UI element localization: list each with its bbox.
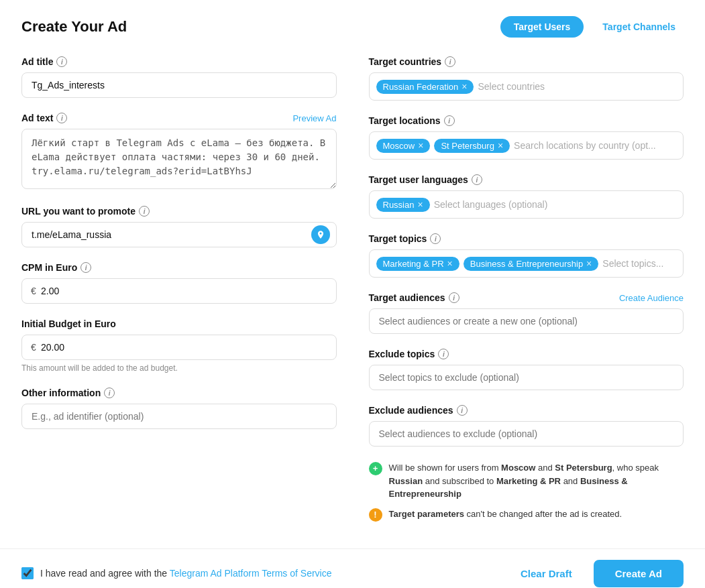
- target-countries-label: Target countries i: [369, 56, 684, 67]
- header-buttons: Target Users Target Channels: [500, 16, 684, 38]
- exclude-audiences-label: Exclude audiences i: [369, 405, 684, 416]
- tos-checkbox-label[interactable]: I have read and agree with the Telegram …: [21, 567, 332, 579]
- target-topics-input[interactable]: Marketing & PR × Business & Entrepreneur…: [369, 249, 684, 278]
- info-green-box: + Will be shown for users from Moscow an…: [369, 461, 684, 501]
- budget-euro-prefix: €: [31, 342, 36, 353]
- bottom-actions: Clear Draft Create Ad: [510, 560, 684, 587]
- exclude-audiences-input[interactable]: [369, 421, 684, 447]
- ad-title-info-icon: i: [56, 56, 67, 67]
- ad-title-input[interactable]: [21, 72, 337, 98]
- budget-label: Initial Budget in Euro: [21, 318, 337, 329]
- topics-info-icon: i: [430, 233, 441, 244]
- location-chip-moscow: Moscow ×: [376, 139, 431, 153]
- tos-link[interactable]: Telegram Ad Platform Terms of Service: [170, 568, 332, 579]
- ad-text-info-icon: i: [56, 113, 67, 123]
- audiences-info-icon: i: [449, 292, 459, 303]
- info-orange-icon: !: [369, 508, 382, 522]
- preview-ad-link[interactable]: Preview Ad: [292, 113, 336, 123]
- ad-title-label: Ad title i: [21, 56, 337, 67]
- topic-chip-business-remove[interactable]: ×: [586, 259, 592, 268]
- target-locations-input[interactable]: Moscow × St Petersburg × Search location…: [369, 131, 684, 160]
- right-column: Target countries i Russian Federation × …: [369, 56, 684, 527]
- budget-input[interactable]: [21, 335, 337, 360]
- cpm-group: CPM in Euro i €: [21, 262, 337, 304]
- create-audience-link[interactable]: Create Audience: [619, 293, 684, 303]
- url-input[interactable]: [21, 222, 337, 247]
- country-chip-russia-remove[interactable]: ×: [462, 82, 467, 91]
- topic-chip-marketing: Marketing & PR ×: [376, 257, 459, 271]
- exclude-audiences-info-icon: i: [457, 405, 468, 416]
- target-languages-label: Target user languages i: [369, 174, 684, 185]
- countries-info-icon: i: [445, 56, 455, 67]
- target-locations-label: Target locations i: [369, 115, 684, 126]
- other-info-label: Other information i: [21, 388, 337, 398]
- info-orange-box: ! Target parameters can't be changed aft…: [369, 508, 684, 522]
- other-info-input[interactable]: [21, 404, 337, 429]
- cpm-euro-prefix: €: [31, 286, 36, 296]
- topic-chip-business: Business & Entrepreneurship ×: [464, 257, 599, 271]
- left-column: Ad title i Ad text i Preview Ad Лёгкий с: [21, 56, 337, 527]
- target-audiences-label: Target audiences i: [369, 292, 459, 303]
- cpm-input-wrapper: €: [21, 278, 337, 304]
- info-green-text: Will be shown for users from Moscow and …: [389, 461, 684, 501]
- ad-text-group: Ad text i Preview Ad Лёгкий старт в Tele…: [21, 113, 337, 191]
- ad-title-group: Ad title i: [21, 56, 337, 98]
- budget-hint: This amount will be added to the ad budg…: [21, 363, 337, 373]
- countries-placeholder: Select countries: [478, 81, 545, 92]
- url-icon-button[interactable]: [311, 225, 330, 244]
- url-input-wrapper: [21, 222, 337, 247]
- ad-text-label: Ad text i: [21, 113, 67, 123]
- exclude-topics-group: Exclude topics i: [369, 349, 684, 390]
- cpm-input[interactable]: [21, 278, 337, 304]
- target-audiences-group: Target audiences i Create Audience: [369, 292, 684, 334]
- create-ad-button[interactable]: Create Ad: [594, 560, 684, 587]
- exclude-topics-input[interactable]: [369, 365, 684, 390]
- url-group: URL you want to promote i: [21, 206, 337, 247]
- target-channels-button[interactable]: Target Channels: [594, 16, 684, 38]
- tos-checkbox[interactable]: [21, 567, 34, 579]
- locations-info-icon: i: [444, 115, 455, 126]
- target-countries-input[interactable]: Russian Federation × Select countries: [369, 72, 684, 101]
- url-info-icon: i: [139, 206, 150, 217]
- target-languages-group: Target user languages i Russian × Select…: [369, 174, 684, 219]
- cpm-info-icon: i: [80, 262, 91, 273]
- bottom-bar: I have read and agree with the Telegram …: [0, 548, 705, 589]
- tos-text: I have read and agree with the Telegram …: [40, 568, 332, 579]
- page-title: Create Your Ad: [21, 18, 127, 36]
- url-label: URL you want to promote i: [21, 206, 337, 217]
- location-chip-moscow-remove[interactable]: ×: [418, 141, 423, 150]
- location-chip-stpetersburg-remove[interactable]: ×: [498, 141, 503, 150]
- languages-placeholder: Select languages (optional): [434, 199, 548, 210]
- language-chip-russian-remove[interactable]: ×: [417, 200, 423, 209]
- ad-text-textarea[interactable]: Лёгкий старт в Telegram Ads с eLama — бе…: [21, 129, 337, 189]
- locations-placeholder: Search locations by country (opt...: [514, 140, 656, 151]
- cpm-label: CPM in Euro i: [21, 262, 337, 273]
- other-info-icon: i: [104, 388, 115, 398]
- exclude-topics-info-icon: i: [438, 349, 449, 359]
- budget-input-wrapper: €: [21, 335, 337, 360]
- target-audiences-input[interactable]: [369, 308, 684, 334]
- exclude-topics-label: Exclude topics i: [369, 349, 684, 359]
- languages-info-icon: i: [472, 174, 482, 185]
- target-countries-group: Target countries i Russian Federation × …: [369, 56, 684, 101]
- location-chip-stpetersburg: St Petersburg ×: [434, 139, 510, 153]
- target-topics-label: Target topics i: [369, 233, 684, 244]
- info-orange-text: Target parameters can't be changed after…: [389, 508, 622, 521]
- topic-chip-marketing-remove[interactable]: ×: [447, 259, 453, 268]
- target-users-button[interactable]: Target Users: [500, 16, 584, 38]
- clear-draft-button[interactable]: Clear Draft: [510, 561, 583, 586]
- budget-group: Initial Budget in Euro € This amount wil…: [21, 318, 337, 373]
- country-chip-russia: Russian Federation ×: [376, 80, 474, 94]
- exclude-audiences-group: Exclude audiences i: [369, 405, 684, 447]
- info-green-icon: +: [369, 462, 382, 475]
- other-info-group: Other information i: [21, 388, 337, 429]
- target-languages-input[interactable]: Russian × Select languages (optional): [369, 190, 684, 219]
- language-chip-russian: Russian ×: [376, 198, 430, 212]
- topics-placeholder: Select topics...: [602, 258, 663, 269]
- target-locations-group: Target locations i Moscow × St Petersbur…: [369, 115, 684, 160]
- target-topics-group: Target topics i Marketing & PR × Busines…: [369, 233, 684, 278]
